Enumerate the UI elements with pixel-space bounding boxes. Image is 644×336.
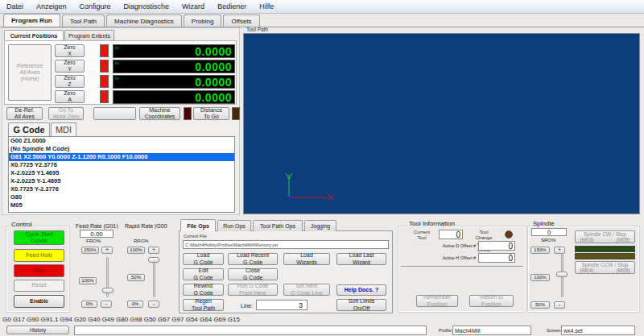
load-recent-gcode-button[interactable]: Load Recent G Code [228,253,278,265]
tab-mdi[interactable]: MDI [51,122,76,136]
fro-min-button[interactable]: 0% [81,301,97,308]
tab-tool-path-ops[interactable]: Tool Path Ops [253,220,303,231]
fro-minus-button[interactable]: - [101,301,112,308]
gcode-line[interactable]: X-2.0225 Y1.4695 [9,169,234,177]
tab-program-run[interactable]: Program Run [3,14,60,27]
sro-plus-button[interactable]: + [554,247,565,254]
x-dro[interactable]: in 0.0000 [113,44,235,58]
reference-all-axes-button[interactable]: Reference All Axes (Home) [8,44,52,101]
spindle-cw-button[interactable]: Spindle CW / Stop (M03) (M05) [575,230,635,243]
rro-min-button[interactable]: 0% [127,301,143,308]
rro-max-button[interactable]: 100% [127,247,145,254]
tab-machine-diagnostics[interactable]: Machine Diagnostics [106,15,182,27]
tab-probing[interactable]: Probing [184,15,222,27]
return-to-position-button[interactable]: Return to Position [469,295,514,307]
tab-current-positions[interactable]: Current Positions [4,30,64,41]
current-file-field[interactable]: C:\Mach4Hobby\Profiles\Mach4Mill\Memory.… [183,240,389,249]
enable-button[interactable]: Enable [14,295,64,308]
active-d-offset-value[interactable]: 0 [478,241,515,251]
load-wizards-button[interactable]: Load Wizards [283,253,330,265]
screen-field[interactable]: wx4.set [561,326,635,335]
rro-label: RRO% [134,239,149,243]
active-h-offset-value[interactable]: 0 [478,253,515,263]
distance-to-go-button[interactable]: Distance To Go [193,107,229,120]
spindle-cw-m03: (M03) [580,237,593,243]
load-last-wizard-button[interactable]: Load Last Wizard [336,253,386,265]
gcode-line[interactable]: M05 [9,201,234,209]
zero-a-button[interactable]: Zero A [55,90,85,103]
sro-minus-button[interactable]: - [554,301,565,309]
fro-plus-button[interactable]: + [101,247,113,254]
gcode-line[interactable]: X0.7725 Y2.3776 [9,161,234,169]
menu-configure[interactable]: Configure [73,0,118,13]
sro-max-button[interactable]: 150% [530,247,550,254]
gcode-list[interactable]: G00 Z1.0000 (No Spindle M Code) G81 X2.5… [8,136,235,213]
a-dro[interactable]: 0.0000 [113,90,235,104]
fro-label: FRO% [86,239,101,243]
reset-button[interactable]: Reset [14,280,64,292]
rewind-gcode-button[interactable]: Rewind G Code [183,284,224,296]
gcode-line[interactable]: (No Spindle M Code) [9,145,234,153]
gcode-line[interactable]: G80 [9,193,234,201]
remember-position-button[interactable]: Remember Position [416,295,458,307]
zero-y-button[interactable]: Zero Y [55,60,85,73]
rro-slider-track[interactable] [153,257,155,297]
sro-slider-handle[interactable] [556,272,568,277]
tab-run-ops[interactable]: Run Ops [217,220,251,231]
spindle-ccw-button[interactable]: Spindle CCW / Stop (M04) (M05) [575,261,635,274]
rro-plus-button[interactable]: + [148,247,159,254]
rro-minus-button[interactable]: - [148,301,159,308]
y-dro[interactable]: in 0.0000 [113,60,235,73]
close-gcode-button[interactable]: Close G Code [228,268,278,280]
blank-button[interactable] [93,107,136,120]
set-next-line-button[interactable]: Set Next G Code Line [283,284,330,296]
tab-file-ops[interactable]: File Ops [180,219,216,231]
tab-jogging[interactable]: Jogging [304,220,336,231]
gcode-line-selected[interactable]: G81 X2.5000 Y0.0000 Z-1.1200 R0.1000 F10… [9,153,234,161]
tab-program-extents[interactable]: Program Extents [64,30,114,41]
run-from-here-button[interactable]: Run G Code From Here [228,284,278,296]
rro-slider-handle[interactable] [148,257,159,263]
edit-gcode-button[interactable]: Edit G Code [183,268,224,280]
menu-wizard[interactable]: Wizard [175,0,211,13]
z-homed-led [100,75,109,88]
menu-datei[interactable]: Datei [0,0,30,13]
tab-offsets[interactable]: Offsets [223,15,259,27]
feed-hold-button[interactable]: Feed Hold [14,249,64,262]
gcode-line[interactable]: G00 Z1.0000 [9,137,234,145]
deref-all-axes-button[interactable]: De-Ref. All Axes [6,107,43,120]
regen-toolpath-button[interactable]: Regen Tool Path [183,299,224,311]
tab-gcode[interactable]: G Code [8,122,50,136]
spindle-cw-indicator-bar [575,246,635,252]
current-tool-value[interactable]: 0 [439,230,463,239]
menu-anzeigen[interactable]: Anzeigen [30,0,73,13]
zero-z-button[interactable]: Zero Z [55,75,85,88]
menu-bediener[interactable]: Bediener [211,0,253,13]
gcode-line[interactable]: X0.7725 Y-2.3776 [9,185,234,193]
history-field[interactable] [74,326,427,335]
rro-mid-button[interactable]: 50% [127,274,145,281]
a-dro-value: 0.0000 [195,91,232,105]
zero-x-button[interactable]: Zero X [55,44,85,57]
sro-min-button[interactable]: 50% [530,301,550,309]
fro-slider-handle[interactable] [102,288,114,293]
fro-mid-button[interactable]: 100% [79,277,97,284]
fro-max-button[interactable]: 250% [81,247,99,254]
gcode-line[interactable]: X-2.0225 Y-1.4695 [9,177,234,185]
menu-hilfe[interactable]: Hilfe [253,0,280,13]
load-gcode-button[interactable]: Load G Code [183,253,224,265]
goto-work-zero-button[interactable]: Go To Work Zero [48,107,84,120]
cycle-start-button[interactable]: Cycle Start Gcode [14,230,64,245]
menu-diagnostische[interactable]: Diagnostische [118,0,176,13]
line-value-field[interactable]: 3 [256,300,308,310]
soft-limits-button[interactable]: Soft Limits On/Off [336,299,386,311]
profile-field[interactable]: Mach4Mill [452,326,531,335]
z-dro[interactable]: in 0.0000 [113,75,235,89]
help-docs-button[interactable]: Help Docs. ? [336,284,386,296]
stop-button[interactable]: Stop [14,264,64,277]
history-button[interactable]: History [6,326,69,334]
sro-mid-button[interactable]: 100% [530,274,550,281]
tab-tool-path[interactable]: Tool Path [62,15,105,27]
toolpath-canvas[interactable] [243,33,640,214]
machine-coordinates-button[interactable]: Machine Coordinates [139,107,180,120]
